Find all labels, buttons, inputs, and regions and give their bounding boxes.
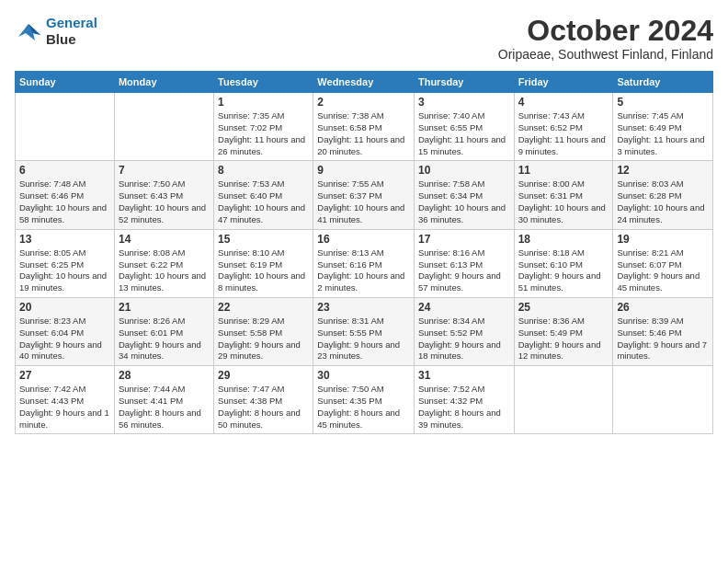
day-number: 2 [317, 96, 410, 109]
calendar-cell: 5Sunrise: 7:45 AMSunset: 6:49 PMDaylight… [613, 93, 713, 161]
calendar-cell: 15Sunrise: 8:10 AMSunset: 6:19 PMDayligh… [214, 229, 313, 297]
day-number: 17 [418, 233, 510, 246]
day-number: 4 [518, 96, 609, 109]
day-info: Sunrise: 7:48 AMSunset: 6:46 PMDaylight:… [19, 178, 110, 225]
day-header-saturday: Saturday [613, 72, 713, 93]
calendar-cell: 31Sunrise: 7:52 AMSunset: 4:32 PMDayligh… [414, 366, 514, 434]
day-info: Sunrise: 8:39 AMSunset: 5:46 PMDaylight:… [617, 316, 709, 362]
day-number: 18 [518, 233, 609, 246]
calendar-cell [514, 366, 613, 434]
calendar-cell: 14Sunrise: 8:08 AMSunset: 6:22 PMDayligh… [114, 229, 213, 297]
calendar-header-row: SundayMondayTuesdayWednesdayThursdayFrid… [16, 72, 713, 93]
calendar-cell: 23Sunrise: 8:31 AMSunset: 5:55 PMDayligh… [313, 297, 415, 365]
day-number: 5 [617, 96, 709, 109]
calendar-cell: 12Sunrise: 8:03 AMSunset: 6:28 PMDayligh… [613, 161, 713, 229]
day-info: Sunrise: 8:13 AMSunset: 6:16 PMDaylight:… [317, 247, 410, 294]
day-info: Sunrise: 8:36 AMSunset: 5:49 PMDaylight:… [518, 316, 609, 362]
day-number: 1 [218, 96, 309, 109]
day-header-friday: Friday [514, 72, 613, 93]
calendar-cell: 13Sunrise: 8:05 AMSunset: 6:25 PMDayligh… [16, 229, 115, 297]
day-number: 15 [218, 233, 309, 246]
day-info: Sunrise: 7:38 AMSunset: 6:58 PMDaylight:… [317, 110, 410, 157]
day-number: 6 [19, 164, 110, 177]
day-info: Sunrise: 8:23 AMSunset: 6:04 PMDaylight:… [19, 316, 110, 362]
day-info: Sunrise: 8:08 AMSunset: 6:22 PMDaylight:… [119, 247, 210, 294]
day-info: Sunrise: 7:50 AMSunset: 6:43 PMDaylight:… [119, 178, 210, 225]
day-info: Sunrise: 8:05 AMSunset: 6:25 PMDaylight:… [19, 247, 110, 294]
day-number: 10 [418, 164, 510, 177]
day-header-thursday: Thursday [414, 72, 514, 93]
day-info: Sunrise: 7:53 AMSunset: 6:40 PMDaylight:… [218, 178, 309, 225]
calendar-week-row: 13Sunrise: 8:05 AMSunset: 6:25 PMDayligh… [16, 229, 713, 297]
day-header-wednesday: Wednesday [313, 72, 415, 93]
day-info: Sunrise: 8:10 AMSunset: 6:19 PMDaylight:… [218, 247, 309, 294]
calendar-week-row: 27Sunrise: 7:42 AMSunset: 4:43 PMDayligh… [16, 366, 713, 434]
day-number: 16 [317, 233, 410, 246]
calendar-cell: 19Sunrise: 8:21 AMSunset: 6:07 PMDayligh… [613, 229, 713, 297]
day-info: Sunrise: 8:31 AMSunset: 5:55 PMDaylight:… [317, 316, 410, 362]
title-area: October 2024 Oripaeae, Southwest Finland… [498, 15, 713, 62]
calendar-cell: 28Sunrise: 7:44 AMSunset: 4:41 PMDayligh… [114, 366, 213, 434]
month-title: October 2024 [498, 15, 713, 47]
day-info: Sunrise: 8:34 AMSunset: 5:52 PMDaylight:… [418, 316, 510, 362]
calendar-week-row: 1Sunrise: 7:35 AMSunset: 7:02 PMDaylight… [16, 93, 713, 161]
calendar-cell [613, 366, 713, 434]
calendar-cell: 26Sunrise: 8:39 AMSunset: 5:46 PMDayligh… [613, 297, 713, 365]
day-info: Sunrise: 8:29 AMSunset: 5:58 PMDaylight:… [218, 316, 309, 362]
day-number: 3 [418, 96, 510, 109]
calendar-cell: 27Sunrise: 7:42 AMSunset: 4:43 PMDayligh… [16, 366, 115, 434]
header: General Blue October 2024 Oripaeae, Sout… [15, 15, 713, 62]
day-info: Sunrise: 8:18 AMSunset: 6:10 PMDaylight:… [518, 247, 609, 294]
day-number: 19 [617, 233, 709, 246]
calendar-cell: 10Sunrise: 7:58 AMSunset: 6:34 PMDayligh… [414, 161, 514, 229]
calendar-cell: 22Sunrise: 8:29 AMSunset: 5:58 PMDayligh… [214, 297, 313, 365]
day-number: 7 [119, 164, 210, 177]
day-info: Sunrise: 7:44 AMSunset: 4:41 PMDaylight:… [119, 384, 210, 431]
calendar-cell: 16Sunrise: 8:13 AMSunset: 6:16 PMDayligh… [313, 229, 415, 297]
day-info: Sunrise: 8:00 AMSunset: 6:31 PMDaylight:… [518, 178, 609, 225]
day-number: 26 [617, 301, 709, 314]
day-info: Sunrise: 7:45 AMSunset: 6:49 PMDaylight:… [617, 110, 709, 157]
day-number: 21 [119, 301, 210, 314]
calendar-week-row: 20Sunrise: 8:23 AMSunset: 6:04 PMDayligh… [16, 297, 713, 365]
day-info: Sunrise: 7:58 AMSunset: 6:34 PMDaylight:… [418, 178, 510, 225]
calendar-cell: 25Sunrise: 8:36 AMSunset: 5:49 PMDayligh… [514, 297, 613, 365]
logo-text: General Blue [46, 15, 97, 48]
day-number: 22 [218, 301, 309, 314]
logo: General Blue [15, 15, 97, 48]
day-number: 9 [317, 164, 410, 177]
day-info: Sunrise: 7:43 AMSunset: 6:52 PMDaylight:… [518, 110, 609, 157]
calendar-cell: 6Sunrise: 7:48 AMSunset: 6:46 PMDaylight… [16, 161, 115, 229]
day-number: 8 [218, 164, 309, 177]
calendar-cell [114, 93, 213, 161]
calendar-cell: 8Sunrise: 7:53 AMSunset: 6:40 PMDaylight… [214, 161, 313, 229]
calendar-cell: 2Sunrise: 7:38 AMSunset: 6:58 PMDaylight… [313, 93, 415, 161]
day-info: Sunrise: 7:52 AMSunset: 4:32 PMDaylight:… [418, 384, 510, 431]
day-header-tuesday: Tuesday [214, 72, 313, 93]
calendar-cell: 7Sunrise: 7:50 AMSunset: 6:43 PMDaylight… [114, 161, 213, 229]
calendar-cell [16, 93, 115, 161]
day-info: Sunrise: 8:16 AMSunset: 6:13 PMDaylight:… [418, 247, 510, 294]
calendar-cell: 21Sunrise: 8:26 AMSunset: 6:01 PMDayligh… [114, 297, 213, 365]
day-number: 23 [317, 301, 410, 314]
day-info: Sunrise: 7:35 AMSunset: 7:02 PMDaylight:… [218, 110, 309, 157]
day-number: 24 [418, 301, 510, 314]
calendar-cell: 9Sunrise: 7:55 AMSunset: 6:37 PMDaylight… [313, 161, 415, 229]
day-number: 25 [518, 301, 609, 314]
day-header-monday: Monday [114, 72, 213, 93]
day-info: Sunrise: 8:03 AMSunset: 6:28 PMDaylight:… [617, 178, 709, 225]
day-info: Sunrise: 8:21 AMSunset: 6:07 PMDaylight:… [617, 247, 709, 294]
calendar-week-row: 6Sunrise: 7:48 AMSunset: 6:46 PMDaylight… [16, 161, 713, 229]
calendar-cell: 18Sunrise: 8:18 AMSunset: 6:10 PMDayligh… [514, 229, 613, 297]
calendar-cell: 20Sunrise: 8:23 AMSunset: 6:04 PMDayligh… [16, 297, 115, 365]
day-number: 27 [19, 369, 110, 382]
day-number: 20 [19, 301, 110, 314]
calendar-cell: 29Sunrise: 7:47 AMSunset: 4:38 PMDayligh… [214, 366, 313, 434]
day-info: Sunrise: 7:47 AMSunset: 4:38 PMDaylight:… [218, 384, 309, 431]
calendar-cell: 1Sunrise: 7:35 AMSunset: 7:02 PMDaylight… [214, 93, 313, 161]
day-number: 29 [218, 369, 309, 382]
day-info: Sunrise: 7:42 AMSunset: 4:43 PMDaylight:… [19, 384, 110, 431]
day-number: 13 [19, 233, 110, 246]
day-number: 28 [119, 369, 210, 382]
location-subtitle: Oripaeae, Southwest Finland, Finland [498, 47, 713, 62]
